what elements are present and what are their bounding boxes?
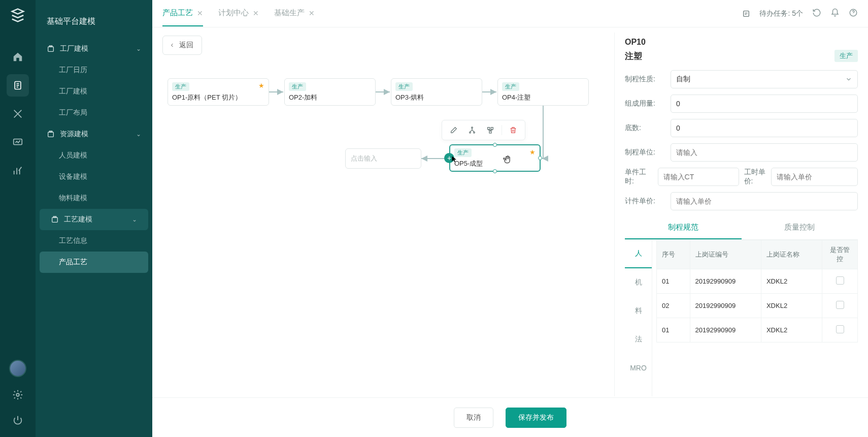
svg-point-15 <box>472 127 473 129</box>
vertical-tab[interactable]: 机 <box>625 268 652 297</box>
panel-title: 注塑 <box>625 50 642 62</box>
checkbox[interactable] <box>836 301 844 309</box>
tab-bar: 产品工艺✕计划中心✕基础生产✕ 待办任务: 5个 <box>152 0 868 27</box>
add-node-button[interactable]: + <box>444 153 454 163</box>
svg-rect-9 <box>744 11 749 16</box>
input-time-price[interactable] <box>771 168 858 186</box>
input-combo-usage[interactable]: 0 <box>671 95 858 113</box>
input-base-qty[interactable]: 0 <box>671 119 858 137</box>
menu-group[interactable]: 工艺建模⌄ <box>40 209 148 230</box>
checkbox[interactable] <box>836 325 844 333</box>
node-tag: 生产 <box>289 82 306 91</box>
chevron-down-icon: ⌄ <box>136 131 141 138</box>
cell-code: 20192990909 <box>690 269 761 294</box>
branch-icon[interactable] <box>482 123 499 137</box>
tab-spec[interactable]: 制程规范 <box>625 216 742 239</box>
node-tag: 生产 <box>502 82 519 91</box>
handle-bottom[interactable] <box>493 169 497 173</box>
input-piece-price[interactable] <box>671 192 858 210</box>
node-title: OP3-烘料 <box>395 93 478 102</box>
label-process-nature: 制程性质: <box>625 75 665 84</box>
vertical-tab[interactable]: 人 <box>625 240 652 268</box>
cell-name: XDKL2 <box>761 269 822 294</box>
menu-group[interactable]: 工厂建模⌄ <box>36 38 152 59</box>
flow-node[interactable]: 生产OP2-加料 <box>284 78 376 106</box>
rail-bottom <box>0 360 36 428</box>
tasks-icon[interactable] <box>742 10 750 18</box>
select-process-nature[interactable]: 自制 <box>671 70 858 88</box>
vertical-tab[interactable]: MRO <box>625 354 652 382</box>
panel-code: OP10 <box>625 38 858 47</box>
menu-sub-item[interactable]: 设备建模 <box>36 166 152 188</box>
label-piece-price: 计件单价: <box>625 197 665 206</box>
cancel-button[interactable]: 取消 <box>454 408 493 428</box>
close-icon[interactable]: ✕ <box>197 9 203 17</box>
svg-rect-7 <box>48 132 54 137</box>
delete-icon[interactable] <box>505 123 522 137</box>
input-unit-time[interactable] <box>658 168 739 186</box>
rail-modeling[interactable] <box>7 74 29 97</box>
main-tab[interactable]: 基础生产✕ <box>274 1 315 26</box>
close-icon[interactable]: ✕ <box>253 9 259 17</box>
main-tab[interactable]: 产品工艺✕ <box>162 1 203 26</box>
vertical-tab[interactable]: 法 <box>625 325 652 354</box>
node-toolbar <box>442 120 525 140</box>
folder-icon <box>47 130 55 138</box>
edit-icon[interactable] <box>445 123 462 137</box>
label-combo-usage: 组成用量: <box>625 99 665 108</box>
menu-sub-item[interactable]: 工厂建模 <box>36 81 152 102</box>
flow-node[interactable]: 生产OP1-原料（PET 切片）★ <box>168 78 269 106</box>
handle-right[interactable] <box>538 156 542 160</box>
svg-rect-8 <box>52 217 58 222</box>
flow-canvas[interactable]: 生产OP1-原料（PET 切片）★生产OP2-加料生产OP3-烘料生产OP4-注… <box>152 27 614 396</box>
checkbox[interactable] <box>836 276 844 285</box>
menu-sub-item[interactable]: 物料建模 <box>36 188 152 209</box>
close-icon[interactable]: ✕ <box>309 9 315 17</box>
tab-quality[interactable]: 质量控制 <box>742 216 858 239</box>
settings-icon[interactable] <box>7 387 29 402</box>
cell-seq: 01 <box>657 318 690 342</box>
rail-design[interactable] <box>7 103 29 125</box>
flow-node[interactable]: 生产OP5-成型★+ <box>449 144 541 172</box>
svg-point-5 <box>16 393 19 396</box>
tasks-label[interactable]: 待办任务: 5个 <box>759 9 803 18</box>
ghost-node[interactable]: 点击输入 <box>345 148 421 169</box>
table-header: 序号 <box>657 240 690 269</box>
rail-monitor[interactable] <box>7 131 29 153</box>
table-header: 上岗证名称 <box>761 240 822 269</box>
node-tag: 生产 <box>172 82 189 91</box>
svg-rect-20 <box>489 131 491 133</box>
cell-name: XDKL2 <box>761 294 822 318</box>
power-icon[interactable] <box>7 413 29 428</box>
panel-badge: 生产 <box>834 50 858 62</box>
node-tag: 生产 <box>395 82 413 91</box>
menu-sub-item[interactable]: 工艺信息 <box>36 230 152 252</box>
refresh-icon[interactable] <box>812 8 821 19</box>
menu-sub-item[interactable]: 人员建模 <box>36 145 152 166</box>
vertical-tab[interactable]: 料 <box>625 297 652 325</box>
spec-table: 序号上岗证编号上岗证名称是否管控 0120192990909XDKL202201… <box>656 240 858 342</box>
menu-sub-item[interactable]: 工厂布局 <box>36 102 152 123</box>
save-publish-button[interactable]: 保存并发布 <box>506 408 566 428</box>
flow-node[interactable]: 生产OP3-烘料 <box>391 78 482 106</box>
flow-node[interactable]: 生产OP4-注塑 <box>497 78 589 106</box>
bell-icon[interactable] <box>830 8 840 19</box>
menu-sub-item[interactable]: 工厂日历 <box>36 59 152 81</box>
footer-bar: 取消 保存并发布 <box>152 397 868 437</box>
menu-group[interactable]: 资源建模⌄ <box>36 123 152 145</box>
table-row: 0120192990909XDKL2 <box>657 269 858 294</box>
tree-icon[interactable] <box>463 123 481 137</box>
menu-sub-item[interactable]: 产品工艺 <box>40 252 148 273</box>
rail-home[interactable] <box>7 46 29 68</box>
table-row: 0120192990909XDKL2 <box>657 318 858 342</box>
ghost-placeholder: 点击输入 <box>351 154 377 163</box>
user-avatar[interactable] <box>9 360 26 377</box>
sidebar-title: 基础平台建模 <box>36 8 152 38</box>
star-icon: ★ <box>258 82 264 89</box>
main-tab[interactable]: 计划中心✕ <box>218 1 259 26</box>
rail-analytics[interactable] <box>7 160 29 182</box>
help-icon[interactable] <box>849 8 858 19</box>
handle-top[interactable] <box>493 143 497 147</box>
input-process-unit[interactable] <box>671 143 858 162</box>
folder-icon <box>47 45 55 53</box>
